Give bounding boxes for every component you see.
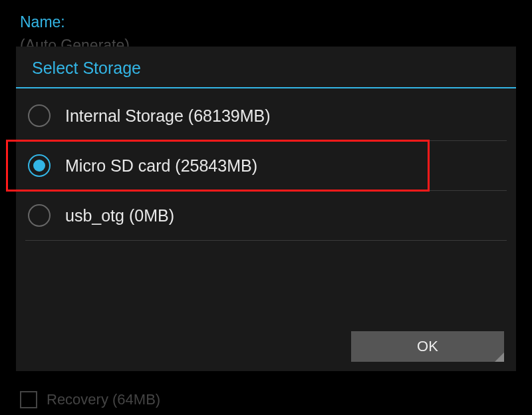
radio-icon	[28, 204, 51, 227]
recovery-checkbox	[20, 391, 37, 408]
option-label: Internal Storage (68139MB)	[65, 106, 271, 126]
dialog-title: Select Storage	[16, 47, 516, 87]
radio-icon	[28, 154, 51, 177]
recovery-label: Recovery (64MB)	[47, 391, 160, 408]
ok-button[interactable]: OK	[351, 331, 504, 362]
storage-options-list: Internal Storage (68139MB) Micro SD card…	[16, 91, 516, 241]
background-recovery-row: Recovery (64MB)	[20, 391, 160, 408]
option-internal-storage[interactable]: Internal Storage (68139MB)	[16, 91, 516, 140]
radio-icon	[28, 104, 51, 127]
option-usb-otg[interactable]: usb_otg (0MB)	[16, 191, 516, 240]
name-label: Name:	[20, 13, 512, 31]
title-divider	[16, 87, 516, 88]
select-storage-dialog: Select Storage Internal Storage (68139MB…	[16, 47, 516, 371]
divider	[25, 240, 507, 241]
option-label: usb_otg (0MB)	[65, 206, 174, 225]
dialog-footer: OK	[351, 331, 504, 362]
option-micro-sd-card[interactable]: Micro SD card (25843MB)	[16, 141, 516, 190]
option-label: Micro SD card (25843MB)	[65, 156, 257, 176]
